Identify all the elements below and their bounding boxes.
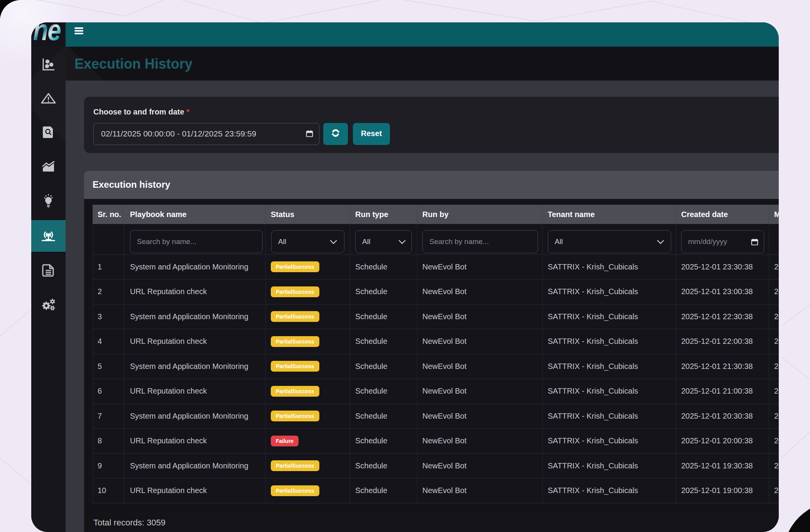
svg-text:ne: ne: [33, 22, 61, 46]
